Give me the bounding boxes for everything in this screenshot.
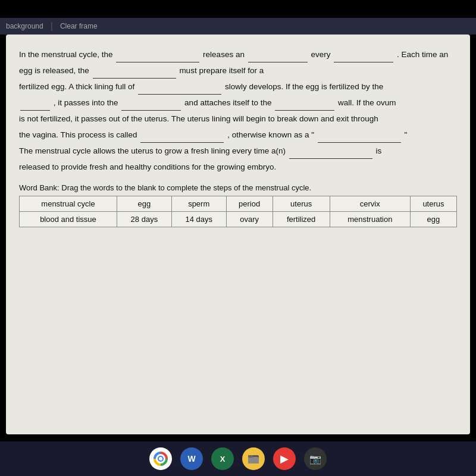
- word-bank-item[interactable]: 14 days: [171, 212, 226, 227]
- line4a: , it passes into the: [54, 98, 118, 107]
- line3b: slowly develops. If the egg is fertilize…: [225, 82, 383, 91]
- blank-9[interactable]: [140, 133, 224, 143]
- word-bank-item[interactable]: menstruation: [330, 212, 410, 227]
- taskbar: W X ▶ 📷: [0, 441, 476, 476]
- line4b: and attaches itself to the: [184, 98, 271, 107]
- top-bar: background | Clear frame: [0, 18, 476, 35]
- word-bank-item[interactable]: period: [226, 196, 273, 212]
- passage-text: In the menstrual cycle, the releases an …: [19, 46, 457, 175]
- word-bank-item[interactable]: ovary: [226, 212, 273, 227]
- files-icon[interactable]: [242, 447, 265, 470]
- blank-7[interactable]: [121, 101, 181, 111]
- word-bank-item[interactable]: cervix: [330, 196, 410, 212]
- word-bank-item[interactable]: fertilized: [273, 212, 330, 227]
- line1c: every: [311, 50, 330, 59]
- play-icon[interactable]: ▶: [273, 447, 296, 470]
- word-bank-item[interactable]: uterus: [410, 196, 456, 212]
- line4c: wall. If the ovum: [338, 98, 396, 107]
- chrome-icon[interactable]: [149, 447, 172, 470]
- word-bank-label: Word Bank: Drag the words to the blank t…: [19, 183, 457, 192]
- line3a: fertilized egg. A thick lining full of: [19, 82, 134, 91]
- line6b: , otherwise known as a ": [227, 130, 314, 139]
- line6a: the vagina. This process is called: [19, 130, 137, 139]
- line6c: ": [405, 130, 408, 139]
- blank-4[interactable]: [93, 69, 176, 79]
- line7a: The menstrual cycle allows the uterus to…: [19, 146, 286, 155]
- word-bank-item[interactable]: blood and tissue: [20, 212, 117, 227]
- word-bank-item[interactable]: sperm: [171, 196, 226, 212]
- blank-2[interactable]: [248, 53, 308, 62]
- line1b: releases an: [203, 50, 245, 59]
- blank-5[interactable]: [138, 85, 221, 95]
- blank-6[interactable]: [20, 101, 50, 111]
- word-bank-row-1: menstrual cycle egg sperm period uterus …: [20, 196, 457, 212]
- word-bank-item[interactable]: egg: [117, 196, 171, 212]
- line8: released to provide fresh and healthy co…: [19, 162, 276, 171]
- word-bank-item[interactable]: egg: [410, 212, 456, 227]
- line7b: is: [375, 146, 381, 155]
- word-icon[interactable]: W: [180, 447, 203, 470]
- camera-icon[interactable]: 📷: [304, 447, 327, 470]
- line2b: must prepare itself for a: [179, 66, 264, 75]
- blank-8[interactable]: [275, 101, 334, 111]
- word-bank-table: menstrual cycle egg sperm period uterus …: [19, 196, 457, 227]
- clear-frame-btn[interactable]: Clear frame: [60, 22, 98, 30]
- svg-rect-5: [248, 455, 253, 458]
- blank-1[interactable]: [116, 53, 199, 62]
- svg-rect-4: [248, 457, 259, 464]
- blank-11[interactable]: [289, 149, 372, 159]
- blank-10[interactable]: [318, 133, 401, 143]
- word-bank-row-2: blood and tissue 28 days 14 days ovary f…: [20, 212, 457, 227]
- svg-point-2: [159, 457, 162, 461]
- background-btn[interactable]: background: [6, 22, 43, 30]
- excel-icon[interactable]: X: [211, 447, 234, 470]
- word-bank-item[interactable]: menstrual cycle: [20, 196, 117, 212]
- line5: is not fertilized, it passes out of the …: [19, 114, 378, 123]
- line1a: In the menstrual cycle, the: [19, 50, 113, 59]
- content-area: In the menstrual cycle, the releases an …: [6, 35, 470, 434]
- word-bank-item[interactable]: uterus: [273, 196, 330, 212]
- word-bank-item[interactable]: 28 days: [117, 212, 171, 227]
- blank-3[interactable]: [334, 53, 393, 62]
